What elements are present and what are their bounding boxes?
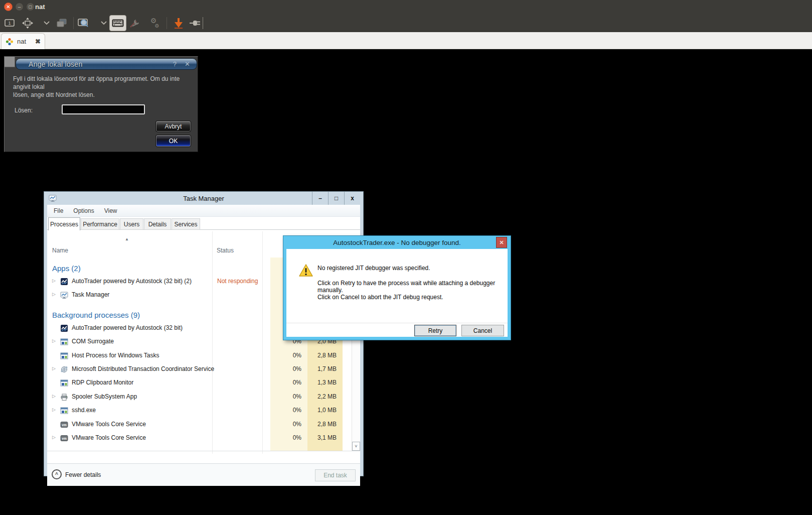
scaled-mode-icon[interactable] [77, 17, 90, 30]
debugger-dialog: AutostockTrader.exe - No debugger found.… [283, 236, 511, 340]
expand-arrow-icon[interactable]: ▷ [52, 278, 56, 283]
process-name: AutoTrader powered by Autostock (32 bit) [72, 324, 183, 331]
memory-value: 1,3 MB [307, 379, 342, 386]
column-header-status[interactable]: Status [217, 247, 234, 254]
cpu-value: 0% [270, 352, 301, 359]
duplicate-connection-icon[interactable] [55, 17, 68, 30]
taskmgr-icon [60, 291, 68, 299]
tab-label: nat [17, 38, 26, 45]
keyboard-grab-button[interactable] [109, 15, 126, 31]
table-row[interactable]: RDP Clipboard Monitor0%1,3 MB [48, 376, 353, 390]
connection-tab-nat[interactable]: nat ✖ [1, 33, 45, 49]
list-bottom-divider [47, 451, 360, 451]
message-line-2: Click on Retry to have the process wait … [317, 280, 495, 287]
process-name: AutoTrader powered by Autostock (32 bit)… [72, 278, 192, 285]
screenshot-download-icon[interactable] [172, 17, 185, 30]
password-dialog: Ange lokal lösen ? ✕ Fyll i ditt lokala … [4, 56, 198, 152]
memory-value: 1,0 MB [307, 407, 342, 414]
table-row[interactable]: vmVMware Tools Core Service0%2,8 MB [48, 418, 353, 431]
expand-arrow-icon[interactable]: ▷ [52, 338, 56, 343]
sort-ascending-icon[interactable]: ▲ [125, 237, 129, 241]
process-name: VMware Tools Core Service [72, 421, 146, 428]
tools-icon[interactable] [128, 17, 141, 30]
tab-details[interactable]: Details [144, 218, 171, 230]
network-icon [60, 365, 68, 373]
exe-icon [60, 352, 68, 360]
tab-users[interactable]: Users [120, 218, 143, 230]
cancel-button[interactable]: Cancel [461, 325, 504, 336]
table-row[interactable]: ▷Microsoft Distributed Transaction Coord… [48, 362, 353, 376]
resize-window-icon[interactable]: 1 [3, 17, 16, 30]
tab-services[interactable]: Services [172, 218, 200, 230]
tab-performance[interactable]: Performance [81, 218, 119, 230]
toolbar-separator [167, 17, 167, 29]
cpu-value: 0% [270, 407, 301, 414]
menu-item-view[interactable]: View [101, 207, 124, 214]
chevron-down-icon[interactable] [97, 17, 110, 30]
expand-arrow-icon[interactable]: ▷ [52, 407, 56, 412]
dialog-app-icon [4, 56, 15, 67]
remmina-tabbar: nat ✖ [0, 32, 812, 49]
window-maximize-button[interactable]: ▢ [26, 3, 35, 11]
preferences-gears-icon[interactable]: ⚙⚙ [147, 17, 160, 30]
expand-arrow-icon[interactable]: ▷ [52, 435, 56, 440]
window-title: nat [35, 3, 45, 11]
disconnect-plug-icon[interactable] [189, 17, 202, 30]
close-icon[interactable]: ✕ [185, 60, 190, 68]
process-name: COM Surrogate [72, 338, 114, 345]
table-row[interactable]: ▷sshd.exe0%1,0 MB [48, 404, 353, 417]
retry-button[interactable]: Retry [414, 325, 456, 336]
cpu-value: 0% [270, 421, 301, 428]
expand-arrow-icon[interactable]: ▷ [52, 366, 56, 371]
password-input[interactable] [62, 104, 145, 114]
tab-processes[interactable]: Processes [48, 217, 80, 230]
keyboard-icon [112, 19, 124, 27]
dialog-message: Fyll i ditt lokala lösenord för att öppn… [13, 75, 193, 99]
memory-value: 3,1 MB [307, 434, 342, 441]
end-task-button[interactable]: End task [315, 469, 356, 481]
vm-icon: vm [60, 421, 68, 429]
message-line-4: Click on Cancel to abort the JIT debug r… [317, 294, 443, 301]
table-row[interactable]: ▷vmVMware Tools Core Service0%3,1 MB [48, 431, 353, 445]
menu-bar: FileOptionsView [47, 205, 360, 217]
fullscreen-icon[interactable] [21, 17, 34, 30]
menu-item-options[interactable]: Options [70, 207, 100, 214]
autotrader-icon [60, 278, 68, 286]
process-name: Host Process for Windows Tasks [72, 352, 159, 359]
column-header-name[interactable]: Name [52, 247, 68, 254]
svg-text:⚙: ⚙ [154, 23, 159, 29]
window-close-button[interactable]: ✕ [4, 3, 13, 11]
fewer-details-label[interactable]: Fewer details [65, 471, 101, 478]
tab-close-icon[interactable]: ✖ [35, 38, 41, 45]
process-name: Microsoft Distributed Transaction Coordi… [72, 365, 214, 372]
menu-item-file[interactable]: File [50, 207, 70, 214]
remmina-titlebar: ✕ – ▢ nat [0, 0, 812, 14]
fewer-details-chevron-icon[interactable]: ^ [52, 469, 62, 479]
expand-arrow-icon[interactable]: ▷ [52, 292, 56, 297]
cancel-button[interactable]: Avbryt [155, 120, 191, 132]
process-name: Spooler SubSystem App [72, 393, 137, 400]
svg-text:1: 1 [8, 21, 11, 26]
password-dialog-titlebar[interactable]: Ange lokal lösen ? ✕ [16, 58, 197, 70]
task-manager-titlebar[interactable]: Task Manager – □ x [44, 192, 363, 205]
window-minimize-button[interactable]: – [15, 3, 24, 11]
toolbar-separator [73, 17, 74, 29]
chevron-down-icon[interactable] [40, 17, 53, 30]
close-button[interactable]: x [344, 192, 360, 205]
close-button[interactable]: ✕ [496, 237, 507, 248]
message-line-1: Fyll i ditt lokala lösenord för att öppn… [13, 75, 180, 90]
dialog-title[interactable]: AutostockTrader.exe - No debugger found. [283, 236, 511, 249]
group-header-label: Background processes (9) [52, 311, 140, 319]
tab-strip: ProcessesPerformanceUsersDetailsServices [47, 217, 360, 230]
ok-button[interactable]: OK [155, 135, 191, 147]
maximize-button[interactable]: □ [328, 192, 344, 205]
help-icon[interactable]: ? [173, 60, 177, 68]
footer-bar: ^ Fewer details End task [47, 463, 360, 486]
vm-icon: vm [60, 434, 68, 442]
table-row[interactable]: Host Process for Windows Tasks0%2,8 MB [48, 349, 353, 362]
scroll-down-button[interactable]: ˅ [352, 442, 360, 451]
expand-arrow-icon[interactable]: ▷ [52, 394, 56, 399]
button-area-divider [286, 323, 508, 323]
minimize-button[interactable]: – [312, 192, 328, 205]
table-row[interactable]: ▷Spooler SubSystem App0%2,2 MB [48, 390, 353, 404]
